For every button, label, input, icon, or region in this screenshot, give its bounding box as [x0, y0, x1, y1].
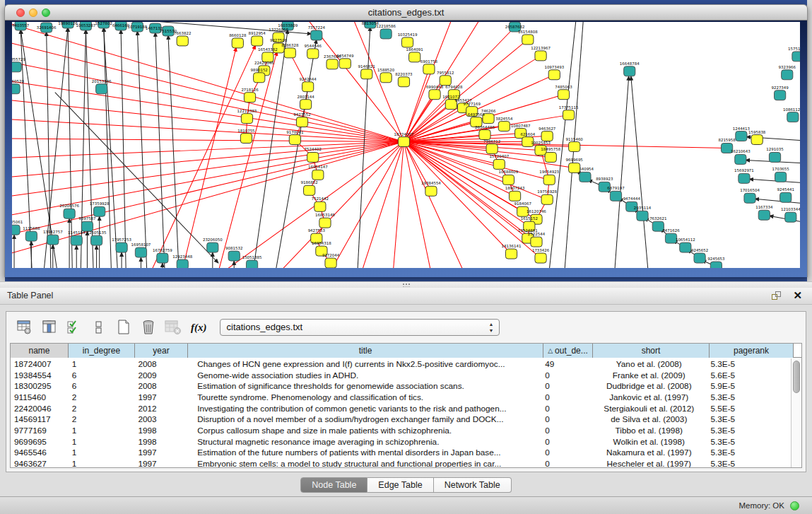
table-row[interactable]: 1830029562008Estimation of significance …: [11, 380, 791, 392]
graph-node[interactable]: 7524402: [305, 148, 322, 163]
graph-node[interactable]: 7357224: [308, 25, 326, 40]
graph-node[interactable]: 1115688: [23, 226, 40, 241]
graph-node[interactable]: 12213383: [237, 109, 257, 124]
graph-node[interactable]: 8660128: [229, 33, 247, 48]
graph-node[interactable]: 9427552: [293, 112, 310, 127]
graph-node[interactable]: 12213967: [531, 46, 551, 61]
graph-node[interactable]: 18907243: [505, 186, 525, 201]
graph-node[interactable]: 9245441: [777, 187, 794, 202]
graph-node[interactable]: 9397587: [78, 216, 95, 231]
vertical-scrollbar[interactable]: [791, 358, 801, 467]
table-row[interactable]: 1456911722003Disruption of a novel membe…: [11, 414, 791, 425]
graph-node[interactable]: 1145194: [68, 230, 86, 245]
graph-node[interactable]: 12103344: [781, 207, 800, 222]
graph-node[interactable]: 1588520: [377, 68, 395, 83]
column-header-in_degree[interactable]: in_degree: [69, 344, 135, 358]
column-header-name[interactable]: name: [11, 344, 69, 358]
graph-node[interactable]: 19654923: [539, 170, 559, 185]
table-row[interactable]: 911546021997Tourette syndrome. Phenomeno…: [11, 392, 791, 403]
graph-node[interactable]: 9170041: [286, 130, 303, 145]
graph-node[interactable]: 9186852: [301, 180, 318, 195]
column-header-pagerank[interactable]: pagerank: [710, 344, 794, 358]
table-row[interactable]: 1872400712008Changes of HCN gene express…: [11, 358, 791, 370]
row-check-icon[interactable]: [66, 320, 83, 335]
graph-node[interactable]: 1810755: [237, 129, 254, 144]
network-window-titlebar[interactable]: citations_edges.txt: [4, 4, 808, 21]
graph-node[interactable]: 1527802: [95, 22, 112, 28]
graph-node[interactable]: 1733426: [532, 248, 550, 263]
column-header-title[interactable]: title: [188, 344, 543, 358]
graph-node[interactable]: 9172044: [322, 253, 340, 268]
graph-node[interactable]: 19890126: [58, 22, 78, 28]
column-visibility-icon[interactable]: [41, 320, 58, 335]
graph-node[interactable]: 10653287: [76, 22, 96, 30]
graph-node[interactable]: 12218586: [376, 24, 396, 39]
graph-node[interactable]: 2522544: [528, 232, 546, 247]
graph-node[interactable]: 9081532: [225, 246, 242, 261]
graph-node[interactable]: 9146821: [358, 64, 375, 79]
graph-node[interactable]: 6479197: [607, 186, 624, 201]
graph-node[interactable]: 9890152: [251, 68, 268, 83]
graph-node[interactable]: 32691406: [37, 23, 57, 33]
graph-node[interactable]: 2935114: [634, 206, 652, 221]
tab-edge-table[interactable]: Edge Table: [367, 477, 433, 493]
graph-node[interactable]: 2718126: [241, 88, 259, 103]
graph-node[interactable]: 2803144: [297, 95, 314, 110]
tab-node-table[interactable]: Node Table: [300, 477, 367, 493]
rows-icon[interactable]: [90, 320, 107, 335]
graph-node[interactable]: 7986312: [483, 139, 500, 154]
graph-node[interactable]: 16210643: [731, 150, 751, 165]
graph-node[interactable]: 9245652: [691, 248, 708, 263]
graph-node[interactable]: 16954147: [308, 165, 328, 180]
graph-node[interactable]: 15720407: [489, 154, 509, 169]
table-row[interactable]: 969969511998Structural magnetic resonanc…: [11, 436, 791, 448]
graph-node[interactable]: 8220373: [395, 72, 412, 87]
graph-node[interactable]: 16154808: [518, 30, 538, 45]
graph-node[interactable]: 1595838: [748, 130, 766, 145]
table-row[interactable]: 946554611997Estimation of the future num…: [11, 448, 791, 459]
table-selector-dropdown[interactable]: citations_edges.txt ▲▼: [220, 319, 500, 336]
graph-node[interactable]: 12923448: [172, 255, 192, 268]
graph-node[interactable]: 20206576: [59, 204, 79, 218]
graph-node[interactable]: 20364486: [475, 125, 495, 140]
graph-node[interactable]: 8454749: [336, 54, 354, 69]
close-panel-icon[interactable]: ✕: [793, 289, 802, 302]
column-header-year[interactable]: year: [135, 344, 188, 358]
function-builder-icon[interactable]: f(x): [191, 322, 207, 334]
graph-node[interactable]: 14136141: [502, 244, 522, 259]
graph-node[interactable]: 9245653: [707, 257, 724, 268]
graph-node[interactable]: 4403557: [12, 22, 29, 30]
graph-node[interactable]: 8186328: [281, 43, 299, 58]
graph-node[interactable]: 9544546: [305, 44, 322, 59]
network-canvas[interactable]: 4403557326914061989012610653287152780264…: [12, 22, 800, 268]
graph-node[interactable]: 8912954: [249, 31, 266, 46]
graph-node[interactable]: 1735061: [12, 220, 23, 235]
graph-node[interactable]: 16648784: [620, 62, 640, 76]
graph-node[interactable]: 9227349: [771, 86, 789, 100]
table-row[interactable]: 2242004622012Investigating the contribut…: [11, 403, 791, 414]
float-panel-icon[interactable]: [772, 291, 782, 301]
new-table-icon[interactable]: [115, 320, 132, 335]
graph-node[interactable]: 16853148: [315, 213, 335, 228]
graph-node[interactable]: 7955812: [437, 71, 454, 86]
graph-node[interactable]: 9242844: [299, 77, 317, 92]
graph-node[interactable]: 15692971: [734, 168, 754, 183]
graph-node[interactable]: 15751074: [788, 47, 800, 62]
citation-network-graph[interactable]: 4403557326914061989012610653287152780264…: [12, 22, 800, 268]
graph-node[interactable]: 10325419: [398, 33, 418, 47]
graph-node[interactable]: 25160520: [12, 79, 24, 94]
table-row[interactable]: 946362711997Embryonic stem cells: a mode…: [11, 458, 791, 468]
graph-node[interactable]: 17375115: [559, 105, 579, 120]
graph-node[interactable]: 13942757: [43, 230, 63, 245]
graph-node[interactable]: 7663822: [174, 31, 191, 46]
tab-network-table[interactable]: Network Table: [434, 477, 512, 493]
graph-node[interactable]: 17957253: [112, 238, 131, 252]
graph-node[interactable]: 1291035: [766, 148, 783, 163]
graph-node[interactable]: 9699695: [566, 158, 583, 173]
scrollbar-thumb[interactable]: [793, 361, 800, 393]
graph-node[interactable]: 17359928: [90, 201, 110, 216]
graph-node[interactable]: 9463627: [539, 127, 555, 141]
graph-node[interactable]: 6901758: [420, 59, 438, 74]
graph-node[interactable]: 9115460: [566, 137, 584, 152]
splitter-handle[interactable]: [403, 284, 410, 287]
